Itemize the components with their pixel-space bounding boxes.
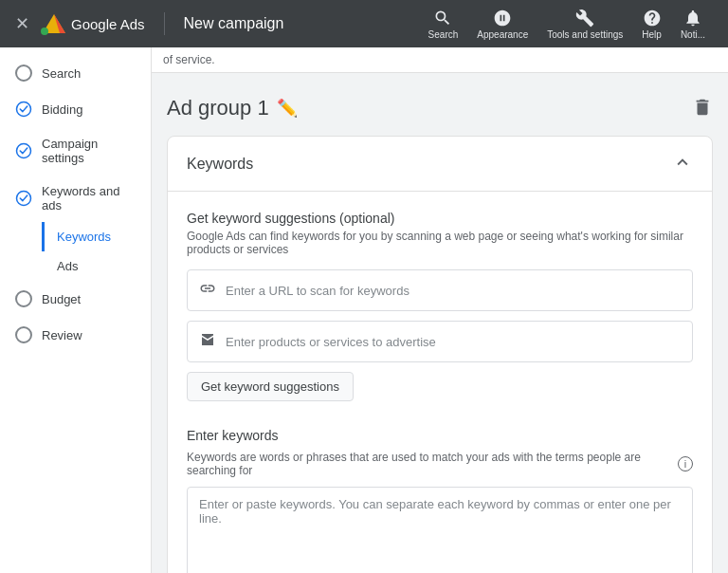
sidebar-item-search-label: Search [42,66,81,81]
google-ads-logo: Google Ads [41,12,145,35]
sidebar-item-search[interactable]: Search [0,55,151,91]
search-nav-button[interactable]: Search [421,5,466,44]
svg-point-6 [17,192,31,206]
keywords-card-header: Keywords [168,137,712,192]
header-left: ✕ Google Ads New campaign [15,12,283,35]
sidebar-item-bidding[interactable]: Bidding [0,91,151,127]
sidebar-item-review-label: Review [42,328,82,342]
ad-group-title-text: Ad group 1 [167,96,269,120]
svg-point-5 [17,144,31,158]
bidding-status-icon [15,101,32,118]
sidebar-item-review[interactable]: Review [0,317,151,353]
sidebar-item-budget-label: Budget [42,292,81,306]
sidebar-sub-items: Keywords Ads [0,222,151,281]
content-area: of service. Ad group 1 ✏️ Keywords Get k… [152,47,728,573]
svg-point-2 [41,28,48,35]
svg-point-4 [17,102,31,117]
sidebar-item-bidding-label: Bidding [42,102,82,117]
sidebar-sub-ads[interactable]: Ads [42,251,151,281]
scroll-top-text: of service. [152,47,728,73]
header-right: Search Appearance Tools and settings Hel… [421,5,713,44]
enter-keywords-desc-row: Keywords are words or phrases that are u… [187,451,693,477]
products-input-row [187,321,693,362]
keywords-card-collapse-icon[interactable] [672,152,693,176]
get-suggestions-title: Get keyword suggestions (optional) [187,211,693,226]
keywords-card-title: Keywords [187,156,253,173]
ad-group-title-row: Ad group 1 ✏️ [167,96,298,120]
search-nav-label: Search [428,29,459,40]
sidebar-sub-ads-label: Ads [57,259,78,273]
enter-keywords-section: Enter keywords Keywords are words or phr… [187,428,693,573]
enter-keywords-title: Enter keywords [187,428,278,443]
get-keyword-suggestions-button[interactable]: Get keyword suggestions [187,372,354,401]
tools-nav-label: Tools and settings [547,29,623,40]
products-input[interactable] [226,335,681,349]
logo-icon [41,12,67,35]
keywords-card-body: Get keyword suggestions (optional) Googl… [168,192,712,573]
sidebar: Search Bidding Campaign settings Keyword… [0,47,152,573]
header-campaign-title: New campaign [184,15,284,32]
notifications-nav-label: Noti... [681,29,705,40]
get-suggestions-desc: Google Ads can find keywords for you by … [187,230,693,256]
enter-keywords-label-row: Enter keywords [187,428,693,447]
enter-keywords-desc: Keywords are words or phrases that are u… [187,451,672,477]
sidebar-sub-keywords-label: Keywords [57,230,111,244]
sidebar-item-campaign-settings-label: Campaign settings [42,137,136,165]
review-status-icon [15,326,32,343]
sidebar-item-budget[interactable]: Budget [0,281,151,317]
url-input-row [187,269,693,311]
sidebar-item-keywords-and-ads[interactable]: Keywords and ads [0,175,151,222]
ad-group-header: Ad group 1 ✏️ [167,88,713,120]
help-nav-label: Help [642,29,662,40]
search-status-icon [15,65,32,82]
keywords-info-icon[interactable]: i [678,456,693,471]
sidebar-item-keywords-ads-label: Keywords and ads [42,184,136,213]
edit-ad-group-icon[interactable]: ✏️ [277,98,298,119]
notifications-nav-button[interactable]: Noti... [673,5,713,44]
url-input[interactable] [226,284,681,298]
keywords-card: Keywords Get keyword suggestions (option… [167,136,713,573]
appearance-nav-button[interactable]: Appearance [469,5,536,44]
logo-text: Google Ads [71,16,145,32]
sidebar-sub-keywords[interactable]: Keywords [42,222,151,251]
budget-status-icon [15,290,32,307]
keywords-textarea[interactable] [187,487,693,573]
tools-nav-button[interactable]: Tools and settings [539,5,630,44]
products-icon [199,331,216,352]
help-nav-button[interactable]: Help [634,5,669,44]
header-divider [164,12,165,35]
campaign-settings-status-icon [15,142,32,159]
appearance-nav-label: Appearance [477,29,528,40]
sidebar-item-campaign-settings[interactable]: Campaign settings [0,127,151,175]
main-layout: Search Bidding Campaign settings Keyword… [0,47,728,573]
header: ✕ Google Ads New campaign Search Appeara… [0,0,728,47]
close-icon[interactable]: ✕ [15,13,29,34]
delete-ad-group-icon[interactable] [692,97,713,120]
link-icon [199,280,216,301]
keywords-and-ads-status-icon [15,190,32,207]
